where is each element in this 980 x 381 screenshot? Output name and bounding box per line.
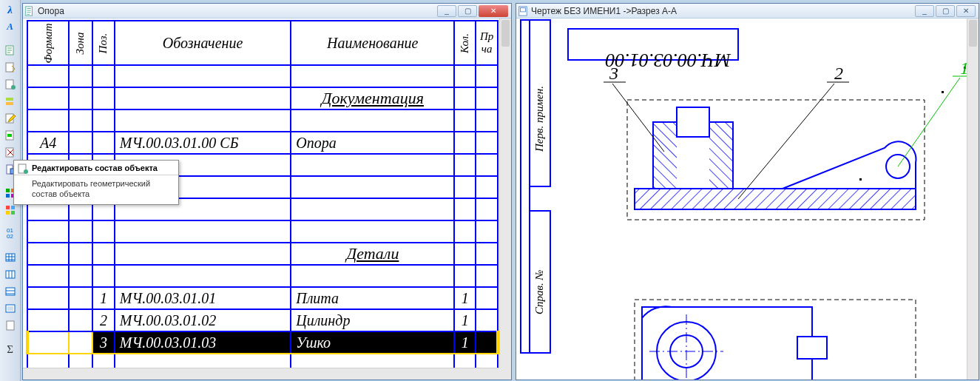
table-cell[interactable] [454,176,476,198]
table-row[interactable]: Детали [27,243,498,265]
table-cell[interactable]: Документация [291,87,454,109]
table-cell[interactable]: 1 [454,309,476,331]
spec-hscroll[interactable] [23,368,499,380]
table-cell[interactable] [92,87,115,109]
table-cell[interactable] [476,287,498,309]
table-cell[interactable]: 3 [92,331,115,354]
table-cell[interactable] [476,87,498,109]
table-cell[interactable] [92,220,115,243]
table-cell[interactable]: А4 [27,132,69,154]
drawing-minimize-button[interactable]: _ [915,5,934,17]
table-cell[interactable] [291,109,454,132]
table-cell[interactable]: Плита [291,287,454,309]
table-cell[interactable] [476,109,498,132]
table-cell[interactable] [454,198,476,220]
table-cell[interactable]: 1 [454,287,476,309]
table2-icon[interactable] [2,266,18,283]
lambda-icon[interactable]: λ [2,1,18,18]
table-cell[interactable] [454,87,476,109]
table-cell[interactable] [291,198,454,220]
table-cell[interactable] [27,220,69,243]
table-cell[interactable] [27,287,69,309]
table-cell[interactable] [476,198,498,220]
highlight-icon[interactable] [2,127,18,144]
table-cell[interactable]: МЧ.00.03.01.02 [115,309,291,331]
table-row[interactable] [27,220,498,243]
table-cell[interactable] [115,265,291,287]
table-cell[interactable] [291,220,454,243]
table-cell[interactable] [69,331,92,354]
table-cell[interactable] [476,154,498,176]
table-cell[interactable] [92,65,115,87]
table-cell[interactable] [69,132,92,154]
table-cell[interactable] [291,176,454,198]
table-cell[interactable] [27,331,69,354]
table-row[interactable] [27,109,498,132]
table-cell[interactable] [115,243,291,265]
table-cell[interactable] [69,309,92,331]
text-a-icon[interactable]: A [2,18,18,35]
table-cell[interactable] [69,220,92,243]
table-cell[interactable] [476,176,498,198]
table-cell[interactable]: МЧ.00.03.01.01 [115,287,291,309]
table-row[interactable]: А4МЧ.00.03.01.00 СБОпора [27,132,498,154]
table-cell[interactable] [69,287,92,309]
table-cell[interactable]: Детали [291,243,454,265]
table-cell[interactable]: Цилиндр [291,309,454,331]
table-cell[interactable]: МЧ.00.03.01.00 СБ [115,132,291,154]
table-cell[interactable] [476,243,498,265]
table-cell[interactable]: 2 [92,309,115,331]
spec-maximize-button[interactable]: ▢ [458,5,477,17]
table-cell[interactable] [92,132,115,154]
table-row[interactable] [27,65,498,87]
table-cell[interactable]: Опора [291,132,454,154]
table4-icon[interactable] [2,300,18,317]
table-cell[interactable] [69,87,92,109]
spec-vscroll-thumb[interactable] [501,20,510,47]
table-row[interactable]: 3МЧ.00.03.01.03Ушко1 [27,331,498,354]
table-cell[interactable] [27,243,69,265]
table-cell[interactable] [27,265,69,287]
table-cell[interactable] [92,243,115,265]
table-cell[interactable] [27,109,69,132]
sigma-icon[interactable]: Σ [2,341,18,357]
drawing-vscroll[interactable] [967,18,979,380]
table-cell[interactable] [454,109,476,132]
spec-close-button[interactable]: ✕ [479,5,508,17]
table-row[interactable]: 1МЧ.00.03.01.01Плита1 [27,287,498,309]
drawing-titlebar[interactable]: Чертеж БЕЗ ИМЕНИ1 ->Разрез А-А _ ▢ ✕ [516,4,979,18]
table-cell[interactable] [454,265,476,287]
spec-vscroll[interactable] [499,18,511,368]
table-cell[interactable] [69,265,92,287]
table-cell[interactable] [115,220,291,243]
table-cell[interactable] [27,65,69,87]
table-cell[interactable] [27,309,69,331]
table-cell[interactable] [454,220,476,243]
layers-icon[interactable] [2,93,18,109]
numbering-icon[interactable]: 0102 [2,226,18,242]
compose-icon[interactable] [2,110,18,127]
table-cell[interactable] [454,154,476,176]
spec-titlebar[interactable]: Опора _ ▢ ✕ [23,4,511,18]
table-cell[interactable] [115,109,291,132]
filter-icon[interactable] [2,144,18,161]
table-row[interactable]: Документация [27,87,498,109]
table-row[interactable] [27,265,498,287]
table-cell[interactable] [476,265,498,287]
table-cell[interactable]: 1 [454,331,476,354]
table-cell[interactable]: МЧ.00.03.01.03 [115,331,291,354]
table-cell[interactable] [69,65,92,87]
table-cell[interactable]: 1 [92,287,115,309]
table-cell[interactable] [291,65,454,87]
table-cell[interactable] [476,132,498,154]
drawing-close-button[interactable]: ✕ [956,5,976,17]
table-cell[interactable] [454,132,476,154]
table-cell[interactable] [115,65,291,87]
table-cell[interactable] [115,87,291,109]
table3-icon[interactable] [2,283,18,300]
drawing-canvas[interactable]: Перв. примен. Справ. № МЧ.00.03.01.00 [516,18,967,380]
table-cell[interactable] [454,243,476,265]
spec-minimize-button[interactable]: _ [437,5,456,17]
table-cell[interactable] [69,109,92,132]
table-cell[interactable] [291,154,454,176]
